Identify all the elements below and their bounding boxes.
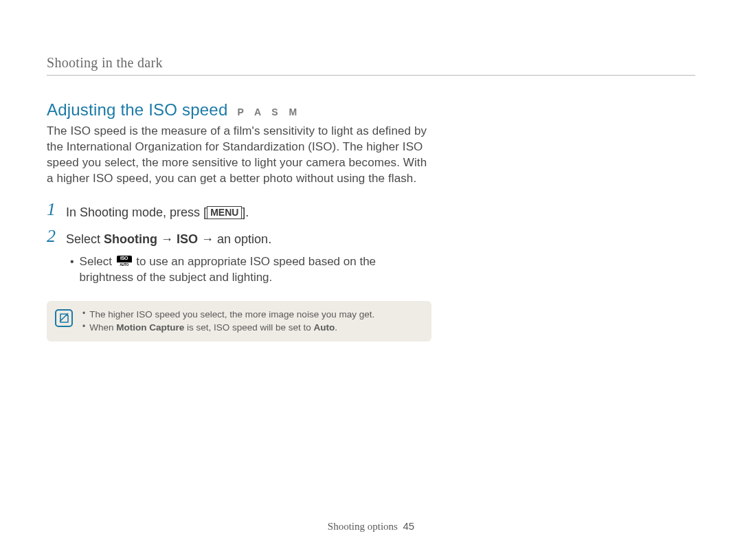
text-fragment: Select	[80, 255, 115, 268]
note-text: The higher ISO speed you select, the mor…	[89, 308, 374, 322]
arrow-separator: →	[157, 232, 177, 246]
step-text: Select Shooting → ISO → an option.	[66, 227, 271, 249]
step-1: 1 In Shooting mode, press [MENU].	[47, 201, 431, 222]
text-bold: Motion Capture	[116, 322, 184, 333]
bullet-dot: •	[70, 254, 74, 286]
text-fragment: .	[335, 322, 337, 333]
menu-path-item: ISO	[177, 232, 198, 246]
manual-page: Shooting in the dark Adjusting the ISO s…	[0, 0, 742, 341]
step-text: In Shooting mode, press [MENU].	[66, 201, 249, 222]
intro-paragraph: The ISO speed is the measure of a film's…	[47, 124, 431, 187]
page-number: 45	[403, 520, 414, 532]
text-bold: Auto	[314, 322, 335, 333]
note-text: When Motion Capture is set, ISO speed wi…	[89, 321, 337, 335]
note-item: When Motion Capture is set, ISO speed wi…	[82, 321, 374, 335]
step-2: 2 Select Shooting → ISO → an option.	[47, 227, 431, 249]
text-fragment: ].	[242, 205, 249, 219]
steps-list: 1 In Shooting mode, press [MENU]. 2 Sele…	[47, 201, 431, 286]
text-fragment: an option.	[217, 232, 271, 246]
page-heading: Adjusting the ISO speed	[47, 100, 227, 120]
step-number: 2	[47, 227, 59, 245]
section-header: Shooting in the dark	[47, 55, 695, 76]
text-fragment: In Shooting mode, press [	[66, 205, 207, 219]
page-footer: Shooting options 45	[0, 520, 742, 533]
footer-section-label: Shooting options	[328, 521, 398, 532]
text-fragment: Select	[66, 232, 104, 246]
step-number: 1	[47, 201, 59, 219]
content-column: Adjusting the ISO speed P A S M The ISO …	[47, 100, 431, 341]
mode-indicators: P A S M	[237, 107, 301, 117]
text-fragment: When	[89, 322, 116, 333]
arrow-separator: →	[198, 232, 217, 246]
note-box: The higher ISO speed you select, the mor…	[47, 301, 431, 341]
text-fragment: is set, ISO speed will be set to	[184, 322, 313, 333]
note-item: The higher ISO speed you select, the mor…	[82, 308, 374, 322]
menu-button-label: MENU	[207, 206, 242, 219]
bullet-text: Select to use an appropriate ISO speed b…	[80, 254, 431, 286]
note-icon	[55, 309, 73, 327]
iso-auto-icon	[117, 256, 132, 267]
menu-path-item: Shooting	[104, 232, 157, 246]
note-list: The higher ISO speed you select, the mor…	[82, 308, 374, 335]
heading-row: Adjusting the ISO speed P A S M	[47, 100, 431, 120]
sub-bullet: • Select to use an appropriate ISO speed…	[70, 254, 431, 286]
